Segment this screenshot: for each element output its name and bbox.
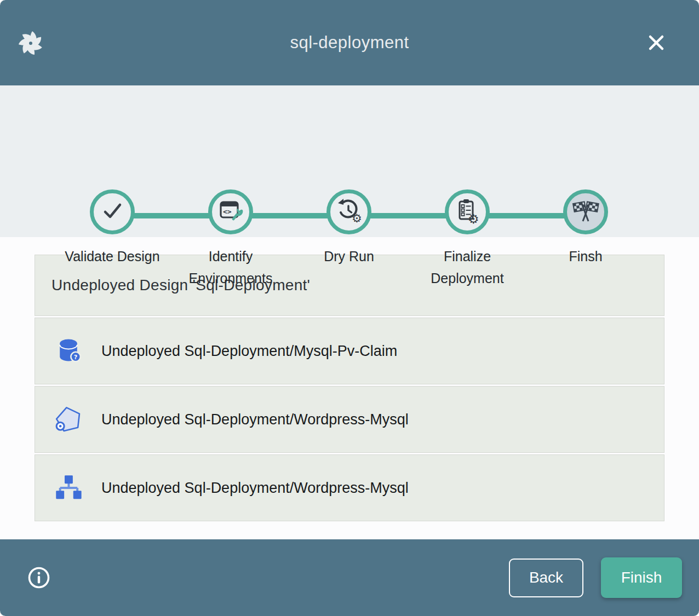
step-circle: ⚙ [445, 189, 490, 234]
step-circle: <> [208, 189, 253, 234]
wizard-stepper: Validate Design <> Identify Environments [0, 85, 699, 237]
step-identify-environments[interactable]: <> Identify Environments [170, 189, 291, 289]
result-row: ? Undeployed Sql-Deployment/Mysql-Pv-Cla… [35, 318, 664, 384]
pentagon-service-icon [53, 404, 84, 435]
svg-text:⚙: ⚙ [468, 212, 479, 224]
modal-header: sql-deployment [0, 0, 699, 85]
close-icon[interactable] [645, 32, 667, 54]
step-validate-design[interactable]: Validate Design [52, 189, 173, 267]
footer-buttons: Back Finish [509, 557, 682, 598]
step-circle [90, 189, 135, 234]
step-finalize-deployment[interactable]: ⚙ Finalize Deployment [407, 189, 528, 289]
modal-footer: Back Finish [0, 539, 699, 616]
info-icon[interactable] [27, 566, 51, 590]
dialog-title: sql-deployment [290, 33, 409, 53]
step-label: Identify Environments [182, 245, 279, 289]
svg-text:?: ? [74, 353, 78, 361]
deployment-wizard-dialog: sql-deployment Validate Design [0, 0, 699, 616]
check-icon [99, 198, 125, 226]
step-circle [563, 189, 608, 234]
meshery-logo [16, 28, 45, 57]
code-tools-icon: <> [217, 198, 244, 226]
history-gear-icon: ⚙ [336, 198, 362, 226]
result-text: Undeployed Sql-Deployment/Wordpress-Mysq… [101, 480, 409, 497]
step-finish[interactable]: Finsh [525, 189, 646, 267]
sitemap-deployment-icon [53, 473, 84, 503]
finish-flags-icon [572, 197, 599, 227]
result-text: Undeployed Sql-Deployment/Mysql-Pv-Claim [101, 343, 397, 360]
svg-text:<>: <> [223, 208, 232, 216]
step-label: Finalize Deployment [419, 245, 515, 289]
step-label: Finsh [537, 245, 634, 267]
step-label: Validate Design [64, 245, 161, 267]
deployment-results-panel: Undeployed Design 'Sql-Deployment' ? Und… [0, 237, 699, 539]
step-circle: ⚙ [326, 189, 371, 234]
result-text: Undeployed Sql-Deployment/Wordpress-Mysq… [101, 411, 409, 428]
step-dry-run[interactable]: ⚙ Dry Run [289, 189, 409, 267]
svg-text:⚙: ⚙ [352, 212, 362, 224]
clipboard-gear-icon: ⚙ [454, 198, 480, 226]
step-label: Dry Run [301, 245, 397, 267]
database-question-icon: ? [53, 336, 84, 366]
result-row: Undeployed Sql-Deployment/Wordpress-Mysq… [35, 454, 664, 521]
result-row: Undeployed Sql-Deployment/Wordpress-Mysq… [35, 386, 664, 453]
back-button[interactable]: Back [509, 559, 583, 597]
finish-button[interactable]: Finish [601, 557, 682, 598]
